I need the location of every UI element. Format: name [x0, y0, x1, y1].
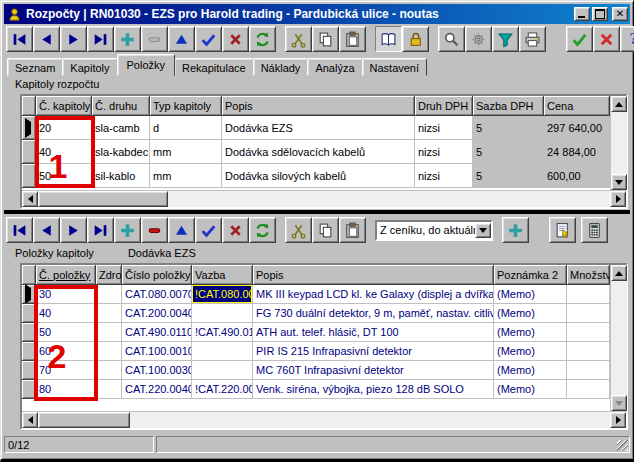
cell[interactable]: Venk. siréna, výbojka, piezo 128 dB SOLO — [253, 380, 494, 399]
detail-edit-button[interactable] — [168, 217, 195, 243]
print-button[interactable] — [519, 26, 546, 52]
cell[interactable]: nizsi — [415, 140, 473, 164]
col-header[interactable]: Množstv — [567, 265, 610, 285]
cell[interactable]: CAT.490.0110 — [122, 323, 192, 342]
table-row[interactable]: 30 CAT.080.0070 !CAT.080.00 MK III keypa… — [22, 285, 610, 304]
table-row[interactable]: 60 CAT.100.0010 PIR IS 215 Infrapasivní … — [22, 342, 610, 361]
minimize-button[interactable] — [574, 7, 590, 21]
cell[interactable]: nizsi — [415, 116, 473, 140]
tab-nastaveni[interactable]: Nastavení — [362, 58, 428, 76]
cell[interactable]: Dodávka silových kabelů — [222, 164, 415, 188]
scrollbar-thumb[interactable] — [38, 191, 168, 207]
lock-button[interactable] — [402, 26, 429, 52]
detail-paste-button[interactable] — [339, 217, 366, 243]
cell[interactable]: ATH aut. telef. hlásič, DT 100 — [253, 323, 494, 342]
cell[interactable] — [96, 323, 122, 342]
cell[interactable]: Dodávka EZS — [222, 116, 415, 140]
cell[interactable]: CAT.200.0040 — [122, 304, 192, 323]
scroll-right-button[interactable] — [610, 412, 626, 428]
col-header[interactable]: Poznámka 2 — [494, 265, 567, 285]
nav-first-button[interactable] — [6, 26, 33, 52]
memo-cell[interactable]: (Memo) — [494, 285, 567, 304]
table-row[interactable]: 20 sla-camb d Dodávka EZS nizsi 5 297 64… — [22, 116, 610, 140]
detail-delete-button[interactable] — [141, 217, 168, 243]
tab-rekapitulace[interactable]: Rekapitulace — [174, 58, 254, 76]
memo-cell[interactable]: (Memo) — [494, 342, 567, 361]
scroll-right-button[interactable] — [610, 191, 626, 207]
cell[interactable]: PIR IS 215 Infrapasivní detektor — [253, 342, 494, 361]
detail-nav-next-button[interactable] — [60, 217, 87, 243]
cell[interactable]: 5 — [473, 164, 544, 188]
combo-dropdown-button[interactable] — [475, 223, 491, 238]
scroll-left-button[interactable] — [22, 191, 38, 207]
cell[interactable] — [96, 361, 122, 380]
cell[interactable] — [567, 323, 610, 342]
post-record-button[interactable] — [195, 26, 222, 52]
chapters-vertical-scrollbar[interactable] — [610, 96, 627, 190]
cell[interactable] — [96, 285, 122, 304]
cell[interactable] — [567, 285, 610, 304]
cell[interactable] — [567, 304, 610, 323]
tab-naklady[interactable]: Náklady — [253, 58, 309, 76]
nav-last-button[interactable] — [87, 26, 114, 52]
cell[interactable]: MK III keypad LCD kl. ke Galaxy (displej… — [253, 285, 494, 304]
cell[interactable]: sla-kabdec — [92, 140, 150, 164]
col-header[interactable]: Č. položky — [36, 265, 96, 285]
cell[interactable] — [192, 342, 253, 361]
cell[interactable]: MC 760T Infrapasivní detektor — [253, 361, 494, 380]
refresh-button[interactable] — [249, 26, 276, 52]
detail-post-button[interactable] — [195, 217, 222, 243]
resize-grip[interactable] — [617, 440, 628, 451]
add-record-button[interactable] — [114, 26, 141, 52]
edit-document-button[interactable] — [549, 217, 576, 243]
cell[interactable]: sil-kablo — [92, 164, 150, 188]
scrollbar-thumb[interactable] — [38, 412, 130, 428]
memo-cell[interactable]: (Memo) — [494, 380, 567, 399]
cell[interactable]: d — [150, 116, 222, 140]
cell[interactable]: !CAT.220.00 — [192, 380, 253, 399]
cancel-record-button[interactable] — [222, 26, 249, 52]
tab-seznam[interactable]: Seznam — [7, 58, 63, 76]
table-row[interactable]: 70 CAT.100.0030 MC 760T Infrapasivní det… — [22, 361, 610, 380]
cell[interactable]: FG 730 duální detektor, 9 m, paměť, nast… — [253, 304, 494, 323]
cell[interactable]: mm — [150, 140, 222, 164]
col-header[interactable]: Popis — [253, 265, 494, 285]
edit-record-button[interactable] — [168, 26, 195, 52]
cell[interactable]: 40 — [36, 304, 96, 323]
table-row[interactable]: 40 sla-kabdec mm Dodávka sdělovacích kab… — [22, 140, 610, 164]
cell[interactable]: 600,00 — [544, 164, 610, 188]
detail-nav-previous-button[interactable] — [33, 217, 60, 243]
cell[interactable]: 297 640,00 — [544, 116, 610, 140]
nav-previous-button[interactable] — [33, 26, 60, 52]
table-row[interactable]: 50 sil-kablo mm Dodávka silových kabelů … — [22, 164, 610, 188]
cell[interactable]: CAT.220.0040 — [122, 380, 192, 399]
cell[interactable] — [96, 304, 122, 323]
items-vertical-scrollbar[interactable] — [610, 265, 627, 411]
cell[interactable]: Dodávka sdělovacích kabelů — [222, 140, 415, 164]
detail-refresh-button[interactable] — [249, 217, 276, 243]
help-button[interactable]: ? — [620, 26, 634, 52]
catalog-book-toggle[interactable] — [375, 26, 402, 52]
cell[interactable] — [567, 380, 610, 399]
col-header[interactable]: Sazba DPH — [473, 96, 544, 116]
cell[interactable]: 50 — [36, 164, 92, 188]
scroll-down-button[interactable] — [611, 174, 627, 190]
table-row[interactable]: 80 CAT.220.0040 !CAT.220.00 Venk. siréna… — [22, 380, 610, 399]
ok-button[interactable] — [566, 26, 593, 52]
detail-nav-last-button[interactable] — [87, 217, 114, 243]
insert-mode-select[interactable]: Z ceníku, do aktuáln — [375, 220, 493, 241]
cell[interactable] — [96, 380, 122, 399]
close-button[interactable]: ✕ — [612, 7, 628, 21]
cell[interactable] — [192, 361, 253, 380]
col-header[interactable]: Typ kapitoly — [150, 96, 222, 116]
cell[interactable]: mm — [150, 164, 222, 188]
cell[interactable] — [567, 342, 610, 361]
add-from-catalog-button[interactable] — [502, 217, 529, 243]
cell[interactable] — [567, 361, 610, 380]
cut-button[interactable] — [285, 26, 312, 52]
cell[interactable]: CAT.100.0030 — [122, 361, 192, 380]
table-row[interactable]: 50 CAT.490.0110 !CAT.490.01 ATH aut. tel… — [22, 323, 610, 342]
col-header[interactable]: Č. kapitoly — [36, 96, 92, 116]
maximize-button[interactable] — [592, 7, 608, 21]
detail-add-button[interactable] — [114, 217, 141, 243]
